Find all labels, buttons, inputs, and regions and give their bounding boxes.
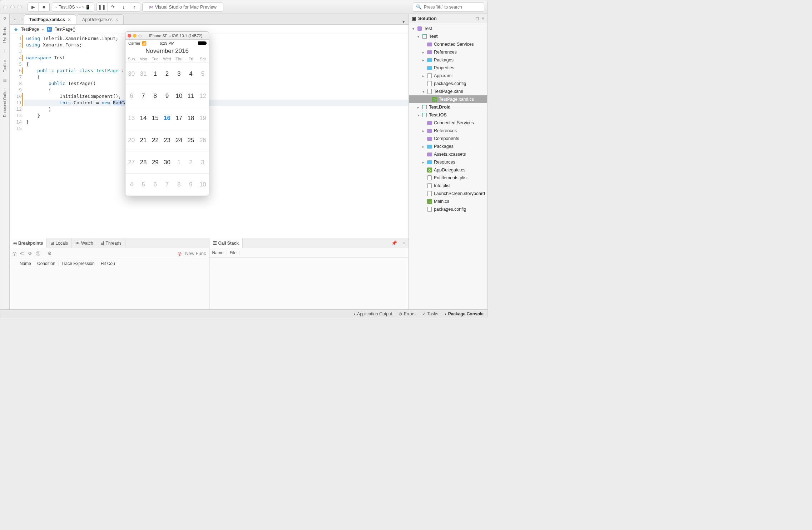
cal-day-18[interactable]: 18 <box>185 107 197 129</box>
cal-day-28[interactable]: 28 <box>137 151 149 174</box>
cal-day-8[interactable]: 8 <box>173 174 185 196</box>
sim-titlebar[interactable]: iPhone SE – iOS 10.1 (14B72) <box>125 32 209 40</box>
bp-tag-icon[interactable]: 🏷 <box>20 251 25 256</box>
cal-day-7[interactable]: 7 <box>137 85 149 107</box>
sb-pkg-console[interactable]: ▪Package Console <box>445 311 484 316</box>
tab-close-icon[interactable]: × <box>68 17 71 22</box>
cal-day-2[interactable]: 2 <box>185 151 197 174</box>
tab-testpage-xaml-cs[interactable]: TestPage.xaml.cs× <box>24 14 76 24</box>
tree-item-launchscreen-storyboard[interactable]: LaunchScreen.storyboard <box>409 190 487 198</box>
tree-item-connected-services[interactable]: Connected Services <box>409 40 487 48</box>
cal-day-5[interactable]: 5 <box>197 63 209 85</box>
tree-item-packages[interactable]: ▸Packages <box>409 56 487 64</box>
tree-item-resources[interactable]: ▸Resources <box>409 158 487 166</box>
search-input[interactable] <box>424 5 481 10</box>
simulator-window[interactable]: iPhone SE – iOS 10.1 (14B72) Carrier 📶 6… <box>125 31 209 196</box>
cal-day-20[interactable]: 20 <box>125 129 137 151</box>
cal-day-23[interactable]: 23 <box>161 129 173 151</box>
cal-day-2[interactable]: 2 <box>161 63 173 85</box>
cal-day-9[interactable]: 9 <box>161 85 173 107</box>
cal-day-16[interactable]: 16 <box>161 107 173 129</box>
cal-day-6[interactable]: 6 <box>149 174 161 196</box>
stop-button[interactable]: ■ <box>39 3 49 11</box>
pad-tab-breakpoints[interactable]: ◎Breakpoints <box>10 238 47 248</box>
cal-day-29[interactable]: 29 <box>149 151 161 174</box>
rail-toolbox-icon[interactable]: T <box>4 49 6 53</box>
tree-item-testpage-xaml-cs[interactable]: {}TestPage.xaml.cs <box>409 95 487 103</box>
bp-delete-icon[interactable]: ⓧ <box>36 250 40 257</box>
nav-back[interactable]: ‹ <box>12 16 18 22</box>
callstack-pin[interactable]: 📌 <box>388 240 400 246</box>
sim-zoom[interactable] <box>138 34 142 38</box>
tree-item-properties[interactable]: Properties <box>409 64 487 72</box>
cal-day-1[interactable]: 1 <box>149 63 161 85</box>
tree-item-test[interactable]: ▾Test <box>409 25 487 32</box>
rail-toolbox[interactable]: Toolbox <box>3 58 7 73</box>
tree-item-assets-xcassets[interactable]: Assets.xcassets <box>409 150 487 158</box>
cal-day-9[interactable]: 9 <box>185 174 197 196</box>
pause-button[interactable]: ❚❚ <box>97 3 108 11</box>
cal-day-22[interactable]: 22 <box>149 129 161 151</box>
tab-overflow[interactable]: ▾ <box>399 19 409 24</box>
search-box[interactable]: 🔍 <box>413 2 484 12</box>
bc-method[interactable]: TestPage() <box>55 27 75 32</box>
pad-tab-threads[interactable]: ⇶Threads <box>97 238 125 248</box>
cal-day-13[interactable]: 13 <box>125 107 137 129</box>
rail-unit-tests[interactable]: Unit Tests <box>3 26 7 44</box>
tree-item-packages-config[interactable]: packages.config <box>409 80 487 88</box>
tree-item-testpage-xaml[interactable]: ▾TestPage.xaml <box>409 88 487 95</box>
cal-day-31[interactable]: 31 <box>137 63 149 85</box>
target-selector[interactable]: ▫Test.iOS ›▫›📱 <box>52 2 94 12</box>
rail-unit-icon[interactable]: ⚗ <box>3 17 6 21</box>
cal-day-25[interactable]: 25 <box>185 129 197 151</box>
tab-close-icon[interactable]: × <box>115 17 118 22</box>
minimize-window[interactable] <box>10 5 15 9</box>
tree-item-references[interactable]: ▸References <box>409 48 487 56</box>
solution-close-icon[interactable]: × <box>481 16 484 21</box>
sim-minimize[interactable] <box>133 34 137 38</box>
cal-day-4[interactable]: 4 <box>185 63 197 85</box>
cal-day-30[interactable]: 30 <box>161 151 173 174</box>
sim-close[interactable] <box>128 34 131 38</box>
cal-day-3[interactable]: 3 <box>173 63 185 85</box>
run-button[interactable]: ▶ <box>28 3 39 11</box>
tree-item-connected-services[interactable]: Connected Services <box>409 119 487 127</box>
cal-day-15[interactable]: 15 <box>149 107 161 129</box>
sb-tasks[interactable]: ✓Tasks <box>422 311 439 316</box>
cal-day-24[interactable]: 24 <box>173 129 185 151</box>
callstack-tab[interactable]: ☰ Call Stack <box>209 238 243 248</box>
tree-item-appdelegate-cs[interactable]: {}AppDelegate.cs <box>409 166 487 174</box>
cal-day-27[interactable]: 27 <box>125 151 137 174</box>
code-body[interactable]: using Telerik.XamarinForms.Input;using X… <box>24 34 409 238</box>
calendar-grid[interactable]: 3031123456789101112131415161718192021222… <box>125 63 209 196</box>
cal-day-19[interactable]: 19 <box>197 107 209 129</box>
step-out-button[interactable]: ↑ <box>129 3 140 11</box>
bc-class[interactable]: TestPage <box>21 27 39 32</box>
tree-item-components[interactable]: Components <box>409 135 487 142</box>
tree-item-test-droid[interactable]: ▸Test.Droid <box>409 103 487 111</box>
callstack-close[interactable]: × <box>400 240 409 246</box>
cal-day-10[interactable]: 10 <box>197 174 209 196</box>
cal-day-14[interactable]: 14 <box>137 107 149 129</box>
rail-outline-icon[interactable]: ▤ <box>3 78 6 82</box>
solution-tree[interactable]: ▾Test▾TestConnected Services▸References▸… <box>409 23 487 309</box>
zoom-window[interactable] <box>18 5 22 9</box>
bp-settings-icon[interactable]: ⚙ <box>48 251 52 256</box>
cal-day-7[interactable]: 7 <box>161 174 173 196</box>
sb-errors[interactable]: ⊘Errors <box>398 311 416 316</box>
cal-day-3[interactable]: 3 <box>197 151 209 174</box>
tree-item-info-plist[interactable]: Info.plist <box>409 182 487 190</box>
cal-day-6[interactable]: 6 <box>125 85 137 107</box>
tree-item-test-ios[interactable]: ▾Test.iOS <box>409 111 487 119</box>
cal-day-17[interactable]: 17 <box>173 107 185 129</box>
cal-day-26[interactable]: 26 <box>197 129 209 151</box>
close-window[interactable] <box>3 5 8 9</box>
cal-day-12[interactable]: 12 <box>197 85 209 107</box>
tree-item-main-cs[interactable]: {}Main.cs <box>409 198 487 205</box>
tab-appdelegate-cs[interactable]: AppDelegate.cs× <box>77 14 124 24</box>
code-editor[interactable]: 123456789101112131415 using Telerik.Xama… <box>10 34 409 238</box>
cal-day-11[interactable]: 11 <box>185 85 197 107</box>
tree-item-references[interactable]: ▸References <box>409 127 487 135</box>
cal-day-4[interactable]: 4 <box>125 174 137 196</box>
bp-new-func[interactable]: New Func <box>185 251 206 256</box>
